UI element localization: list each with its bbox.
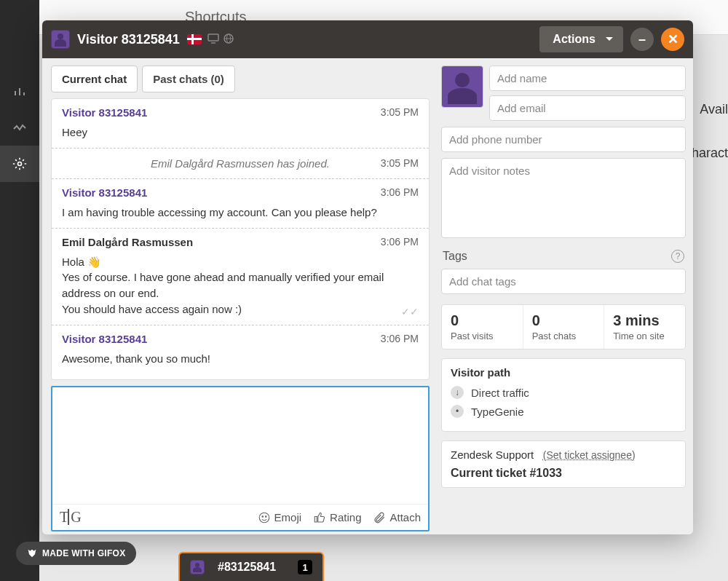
visitor-name-input[interactable] (489, 66, 686, 91)
attach-button[interactable]: Attach (373, 511, 421, 524)
chat-message: Visitor 83125841 3:05 PM Heey (52, 99, 429, 149)
composer-toolbar: TG Emoji Rating Attach (52, 504, 428, 530)
paperclip-icon (373, 511, 386, 524)
zendesk-ticket-box: Zendesk Support (Set ticket assignee) Cu… (441, 440, 686, 488)
visitor-avatar-icon (190, 560, 205, 574)
path-item: ↓ Direct traffic (451, 386, 676, 399)
nav-settings-gear-icon[interactable] (0, 146, 39, 182)
chat-tabs: Current chat Past chats (0) (45, 58, 435, 95)
visitor-avatar-icon (51, 30, 70, 49)
chat-message: Visitor 83125841 3:06 PM I am having tro… (52, 179, 429, 229)
set-assignee-link[interactable]: (Set ticket assignee) (543, 449, 636, 461)
message-body: I am having trouble accessing my account… (62, 205, 419, 221)
tab-current-chat[interactable]: Current chat (51, 66, 138, 92)
message-time: 3:05 PM (381, 106, 419, 119)
message-body: Hola 👋 Yes of course. I have gone ahead … (62, 254, 419, 317)
visitor-path-box: Visitor path ↓ Direct traffic • TypeGeni… (441, 358, 686, 432)
emoji-button[interactable]: Emoji (258, 511, 302, 524)
close-button[interactable]: ✕ (661, 28, 684, 51)
gifox-watermark: MADE WITH GIFOX (16, 542, 136, 565)
visitor-email-input[interactable] (489, 95, 686, 121)
tags-section-label: Tags ? (443, 250, 684, 263)
system-message: Emil Dalgård Rasmussen has joined. 3:05 … (52, 149, 429, 179)
visitor-path-label: Visitor path (451, 366, 676, 379)
titlebar: Visitor 83125841 Actions – ✕ (42, 20, 693, 58)
desktop-icon (207, 33, 219, 46)
message-composer: TG Emoji Rating Attach (51, 386, 430, 531)
actions-label: Actions (553, 33, 596, 45)
fox-icon (26, 548, 38, 559)
message-sender: Visitor 83125841 (62, 106, 147, 119)
visitor-phone-input[interactable] (441, 127, 686, 152)
unread-count-badge: 1 (298, 560, 312, 574)
composer-input[interactable] (52, 387, 428, 504)
svg-point-11 (265, 515, 266, 517)
app-sidebar (0, 0, 39, 581)
message-time: 3:06 PM (381, 236, 419, 248)
stat-past-chats: 0 Past chats (523, 305, 605, 349)
background-availability-fragment: Avail (700, 102, 728, 117)
rating-button[interactable]: Rating (313, 511, 361, 524)
nav-monitor-icon[interactable] (0, 109, 39, 146)
chat-transcript[interactable]: Visitor 83125841 3:05 PM Heey Emil Dalgå… (51, 98, 430, 380)
visitor-stats: 0 Past visits 0 Past chats 3 mins Time o… (441, 304, 686, 349)
tab-label: #83125841 (218, 561, 276, 574)
zendesk-label: Zendesk Support (451, 448, 534, 461)
stat-past-visits: 0 Past visits (442, 305, 523, 349)
chat-message: Visitor 83125841 3:06 PM Awesome, thank … (52, 325, 429, 374)
help-icon[interactable]: ? (671, 250, 684, 263)
minimized-chat-tab[interactable]: #83125841 1 (178, 552, 324, 581)
message-sender: Emil Dalgård Rasmussen (62, 236, 193, 248)
svg-point-10 (262, 515, 264, 517)
chat-window: Visitor 83125841 Actions – ✕ Current cha… (42, 20, 693, 534)
message-time: 3:05 PM (381, 157, 419, 169)
dot-icon: • (451, 405, 464, 418)
message-sender: Visitor 83125841 (62, 186, 147, 199)
message-sender: Visitor 83125841 (62, 333, 147, 345)
read-receipt-icon: ✓✓ (401, 306, 419, 317)
svg-rect-4 (208, 34, 218, 41)
svg-point-9 (259, 513, 269, 523)
title-meta-icons (207, 33, 234, 46)
stat-time-on-site: 3 mins Time on site (604, 305, 685, 349)
current-ticket-label: Current ticket #1033 (451, 467, 676, 480)
system-text: Emil Dalgård Rasmussen has joined. (151, 157, 330, 170)
minimize-button[interactable]: – (630, 28, 654, 51)
message-time: 3:06 PM (381, 186, 419, 199)
background-fragment-2: haract (692, 146, 728, 161)
globe-icon (223, 33, 234, 46)
flag-denmark-icon (187, 34, 202, 44)
chat-tags-input[interactable] (441, 269, 686, 294)
message-body: Heey (62, 125, 419, 141)
visitor-info-panel: Tags ? 0 Past visits 0 Past chats 3 mins… (438, 58, 693, 534)
chat-message: Emil Dalgård Rasmussen 3:06 PM Hola 👋 Ye… (52, 229, 429, 325)
typegenie-logo-icon: TG (60, 509, 81, 526)
visitor-notes-input[interactable] (441, 158, 686, 238)
visitor-avatar-large-icon (441, 66, 483, 108)
message-time: 3:06 PM (381, 333, 419, 345)
path-item: • TypeGenie (451, 405, 676, 418)
tab-past-chats[interactable]: Past chats (0) (142, 66, 235, 92)
svg-point-3 (18, 162, 22, 166)
nav-stats-icon[interactable] (0, 73, 39, 109)
thumbs-up-icon (313, 511, 326, 524)
chat-column: Current chat Past chats (0) Visitor 8312… (42, 58, 438, 534)
actions-dropdown-button[interactable]: Actions (539, 26, 623, 52)
arrow-down-icon: ↓ (451, 386, 464, 399)
message-body: Awesome, thank you so much! (62, 351, 419, 367)
emoji-icon (258, 511, 271, 524)
window-title: Visitor 83125841 (77, 32, 180, 47)
